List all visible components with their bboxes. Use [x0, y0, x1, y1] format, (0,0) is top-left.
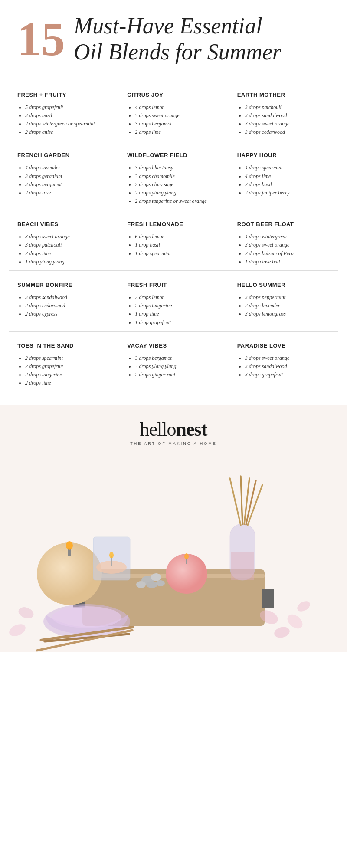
- blend-list-fresh-fruit: 2 drops lemon2 drops tangerine1 drop lim…: [127, 293, 219, 327]
- logo-text: hellonest: [130, 418, 217, 441]
- blend-section-hello-summer: HELLO SUMMER3 drops peppermint2 drops la…: [229, 273, 338, 331]
- blend-section-summer-bonfire: SUMMER BONFIRE3 drops sandalwood2 drops …: [9, 273, 118, 331]
- blend-list-earth-mother: 3 drops patchouli3 drops sandalwood3 dro…: [237, 103, 330, 137]
- blend-list-item: 4 drops wintergreen: [245, 233, 330, 241]
- blend-list-item: 3 drops sweet orange: [25, 233, 110, 241]
- reed-3: [244, 478, 249, 524]
- blend-title-paradise-love: PARADISE LOVE: [237, 342, 330, 349]
- blend-list-item: 3 drops patchouli: [245, 103, 330, 112]
- blend-section-toes-in-sand: TOES IN THE SAND2 drops spearmint2 drops…: [9, 334, 118, 392]
- petal2: [273, 625, 291, 639]
- blend-list-item: 4 drops lemon: [135, 103, 219, 112]
- petal4: [295, 599, 312, 613]
- blend-section-wildflower-field: WILDFLOWER FIELD3 drops blue tansy3 drop…: [118, 143, 228, 210]
- blend-list-item: 3 drops sandalwood: [245, 362, 330, 371]
- blend-list-item: 2 drops spearmint: [25, 354, 110, 362]
- blend-list-vacay-vibes: 3 drops bergamot3 drops ylang ylang2 dro…: [127, 354, 219, 379]
- blend-section-fresh-fruity: FRESH + FRUITY5 drops grapefruit3 drops …: [9, 83, 118, 141]
- blend-list-item: 3 drops sandalwood: [245, 112, 330, 120]
- blend-list-item: 2 drops balsam of Peru: [245, 250, 330, 258]
- blend-list-item: 2 drops lavender: [245, 302, 330, 310]
- blend-section-paradise-love: PARADISE LOVE3 drops sweet orange3 drops…: [229, 334, 338, 392]
- blend-list-item: 3 drops basil: [25, 112, 110, 120]
- blend-list-item: 1 drop grapefruit: [135, 319, 219, 327]
- blend-list-root-beer-float: 4 drops wintergreen3 drops sweet orange2…: [237, 233, 330, 266]
- blend-list-item: 1 drop lime: [135, 310, 219, 318]
- blend-section-happy-hour: HAPPY HOUR4 drops spearmint4 drops lime2…: [229, 143, 338, 210]
- blend-list-hello-summer: 3 drops peppermint2 drops lavender3 drop…: [237, 293, 330, 319]
- blend-list-item: 2 drops ginger root: [135, 371, 219, 379]
- blend-list-item: 3 drops sandalwood: [25, 293, 110, 302]
- blend-list-item: 5 drops grapefruit: [25, 103, 110, 112]
- blend-list-happy-hour: 4 drops spearmint4 drops lime2 drops bas…: [237, 164, 330, 197]
- blend-list-item: 3 drops chamomile: [135, 172, 219, 181]
- blend-list-item: 2 drops tangerine or sweet orange: [135, 197, 219, 205]
- blend-list-item: 2 drops cedarwood: [25, 302, 110, 310]
- blend-list-item: 2 drops tangerine: [135, 302, 219, 310]
- diffuser-liquid: [231, 552, 254, 580]
- blend-list-item: 2 drops cypress: [25, 310, 110, 318]
- blend-list-toes-in-sand: 2 drops spearmint2 drops grapefruit2 dro…: [17, 354, 110, 388]
- blend-title-vacay-vibes: VACAY VIBES: [127, 342, 219, 349]
- small-candle-flame: [184, 553, 189, 559]
- blend-section-citrus-joy: CITRUS JOY4 drops lemon3 drops sweet ora…: [118, 83, 228, 141]
- bottom-illustration: hellonest THE ART OF MAKING A HOME: [0, 405, 347, 652]
- blend-list-item: 3 drops lemongrass: [245, 310, 330, 318]
- blend-title-citrus-joy: CITRUS JOY: [127, 92, 219, 98]
- blend-list-item: 2 drops ylang ylang: [135, 189, 219, 197]
- blend-section-root-beer-float: ROOT BEER FLOAT4 drops wintergreen3 drop…: [229, 212, 338, 270]
- blend-list-item: 2 drops grapefruit: [25, 362, 110, 371]
- blend-section-vacay-vibes: VACAY VIBES3 drops bergamot3 drops ylang…: [118, 334, 228, 392]
- logo-hello: hello: [140, 419, 176, 440]
- blend-list-item: 3 drops ylang ylang: [135, 362, 219, 371]
- blend-list-item: 4 drops spearmint: [245, 164, 330, 172]
- rock4: [136, 581, 146, 588]
- blend-list-item: 1 drop clove bud: [245, 258, 330, 266]
- blend-list-item: 3 drops grapefruit: [245, 371, 330, 379]
- blend-list-item: 4 drops lavender: [25, 164, 110, 172]
- reed-1: [230, 478, 241, 525]
- blends-grid: FRESH + FRUITY5 drops grapefruit3 drops …: [0, 74, 347, 401]
- blend-list-item: 3 drops bergamot: [25, 181, 110, 189]
- rock5: [156, 580, 165, 586]
- logo-nest: nest: [176, 419, 207, 440]
- blend-list-item: 3 drops sweet orange: [245, 120, 330, 128]
- blend-list-item: 1 drop ylang ylang: [25, 258, 110, 266]
- rock3: [146, 581, 157, 588]
- blend-title-beach-vibes: BEACH VIBES: [17, 221, 110, 227]
- blend-list-fresh-lemonade: 6 drops lemon1 drop basil1 drop spearmin…: [127, 233, 219, 258]
- blend-list-item: 2 drops rose: [25, 189, 110, 197]
- row-divider: [9, 270, 338, 271]
- blend-title-earth-mother: EARTH MOTHER: [237, 92, 330, 98]
- blend-list-citrus-joy: 4 drops lemon3 drops sweet orange3 drops…: [127, 103, 219, 137]
- blend-list-item: 2 drops lemon: [135, 293, 219, 302]
- blend-title-fresh-lemonade: FRESH LEMONADE: [127, 221, 219, 227]
- blend-title-fresh-fruity: FRESH + FRUITY: [17, 92, 110, 98]
- blend-list-summer-bonfire: 3 drops sandalwood2 drops cedarwood2 dro…: [17, 293, 110, 319]
- brand-tagline: THE ART OF MAKING A HOME: [130, 441, 217, 446]
- brand-logo: hellonest THE ART OF MAKING A HOME: [130, 418, 217, 446]
- blend-section-french-garden: FRENCH GARDEN4 drops lavender3 drops ger…: [9, 143, 118, 210]
- row-divider: [9, 210, 338, 210]
- blend-list-item: 2 drops clary sage: [135, 181, 219, 189]
- blend-section-fresh-lemonade: FRESH LEMONADE6 drops lemon1 drop basil1…: [118, 212, 228, 270]
- blend-list-item: 1 drop spearmint: [135, 250, 219, 258]
- bowl-contents: [52, 606, 121, 628]
- blend-list-item: 3 drops bergamot: [135, 120, 219, 128]
- blend-list-french-garden: 4 drops lavender3 drops geranium3 drops …: [17, 164, 110, 197]
- blend-list-item: 6 drops lemon: [135, 233, 219, 241]
- blend-list-item: 2 drops tangerine: [25, 371, 110, 379]
- blend-section-beach-vibes: BEACH VIBES3 drops sweet orange3 drops p…: [9, 212, 118, 270]
- blend-list-item: 3 drops patchouli: [25, 241, 110, 249]
- blend-title-french-garden: FRENCH GARDEN: [17, 152, 110, 158]
- page-title: Must-Have Essential Oil Blends for Summe…: [74, 13, 281, 65]
- rock2: [151, 573, 161, 581]
- blend-list-item: 3 drops geranium: [25, 172, 110, 181]
- blend-title-summer-bonfire: SUMMER BONFIRE: [17, 282, 110, 288]
- spa-illustration: [0, 452, 347, 652]
- bottom-divider: [9, 403, 338, 403]
- candle-flame: [66, 541, 73, 550]
- blend-list-wildflower-field: 3 drops blue tansy3 drops chamomile2 dro…: [127, 164, 219, 205]
- row-divider: [9, 331, 338, 332]
- blend-section-earth-mother: EARTH MOTHER3 drops patchouli3 drops san…: [229, 83, 338, 141]
